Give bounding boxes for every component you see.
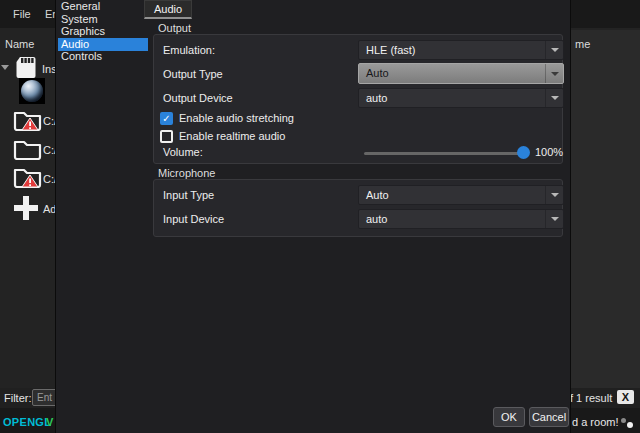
renderer-badge: OPENGL [3,416,51,428]
column-header-name[interactable]: Name [5,38,34,50]
chevron-down-icon [545,41,563,59]
emulation-combobox[interactable]: HLE (fast) [358,40,564,60]
output-type-combobox[interactable]: Auto [358,63,564,84]
volume-slider-handle[interactable] [517,146,530,159]
column-header-fragment[interactable]: me [575,38,590,50]
close-filter-icon[interactable]: X [617,390,634,404]
group-title-microphone: Microphone [158,167,215,179]
audio-stretching-checkbox[interactable]: ✓ [160,112,173,125]
sidebar-item-graphics[interactable]: Graphics [58,25,148,38]
group-title-output: Output [158,22,191,34]
chevron-down-icon [545,64,563,83]
volume-slider-track[interactable] [364,152,524,155]
sidebar-item-general[interactable]: General [58,0,148,13]
cancel-button[interactable]: Cancel [529,407,569,427]
connection-dot-icon [621,418,626,423]
sidebar-item-audio[interactable]: Audio [58,38,148,51]
volume-label: Volume: [163,146,203,158]
tab-audio[interactable]: Audio [144,0,192,19]
audio-stretching-label: Enable audio stretching [179,112,294,124]
filter-results-text: f 1 result [570,392,612,404]
volume-value: 100% [535,146,563,158]
game-list-right-panel [571,30,640,388]
filter-label: Filter: [4,392,32,404]
input-device-value: auto [366,213,387,225]
plus-icon[interactable] [14,196,38,220]
sidebar-item-system[interactable]: System [58,13,148,26]
room-status-text[interactable]: d a room! [572,416,618,428]
input-type-value: Auto [366,189,389,201]
output-device-combobox[interactable]: auto [358,88,564,108]
emulation-value: HLE (fast) [366,44,416,56]
output-device-value: auto [366,92,387,104]
realtime-audio-checkbox[interactable] [160,130,173,143]
chevron-down-icon [545,186,563,204]
menu-file[interactable]: File [13,8,31,20]
input-type-label: Input Type [163,189,214,201]
sidebar-item-controls[interactable]: Controls [58,50,148,63]
configure-dialog: General System Graphics Audio Controls A… [55,0,571,433]
tree-expander-icon[interactable] [1,65,9,70]
citra-main-window: File Emulation Name me Ins C:/ C:/ C:/ A… [0,0,640,433]
output-device-label: Output Device [163,92,233,104]
status-indicator-icon: V [46,416,53,428]
output-type-label: Output Type [163,68,223,80]
emulation-label: Emulation: [163,44,215,56]
folder-warning-icon [13,165,42,188]
input-device-combobox[interactable]: auto [358,209,564,229]
folder-warning-icon [13,108,42,131]
output-type-value: Auto [366,67,389,79]
connection-dot-icon [627,422,633,428]
realtime-audio-label: Enable realtime audio [179,130,285,142]
input-device-label: Input Device [163,213,224,225]
ok-button[interactable]: OK [493,407,525,427]
chevron-down-icon [545,210,563,228]
chevron-down-icon [545,89,563,107]
game-orb-icon[interactable] [19,78,45,104]
input-type-combobox[interactable]: Auto [358,185,564,205]
sd-card-icon [14,56,38,79]
folder-icon [13,137,42,160]
